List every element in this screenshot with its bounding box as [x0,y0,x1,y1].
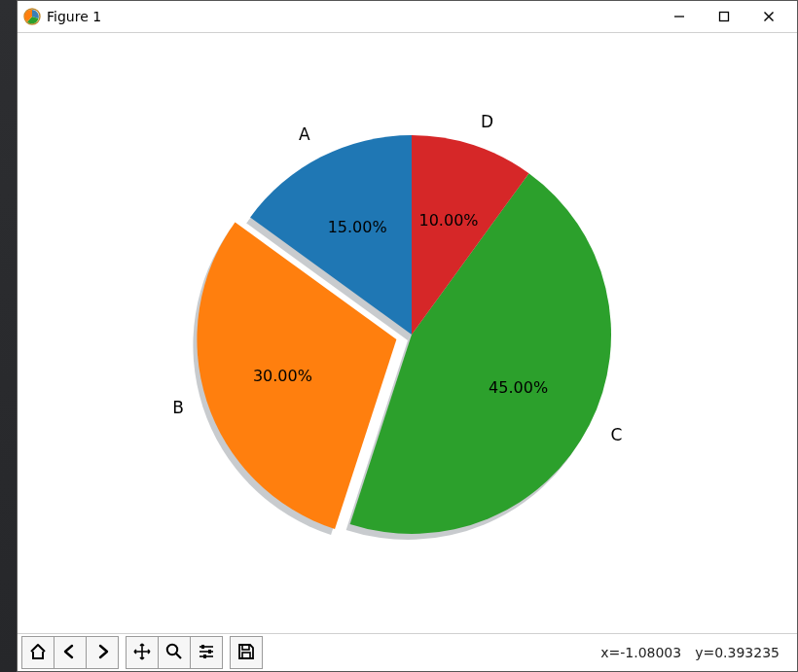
svg-rect-14 [242,653,250,658]
svg-point-5 [167,644,177,654]
minimize-button[interactable] [657,1,702,32]
coord-y-readout: y=0.393235 [695,645,780,660]
slice-label: A [299,124,310,144]
figure-window: Figure 1 A15.00%B30.00%C45.00%D10.00% [17,0,798,672]
zoom-icon [164,642,184,664]
nav-toolbar: x=-1.08003 y=0.393235 [18,633,797,671]
forward-button[interactable] [86,636,119,669]
arrow-left-icon [60,642,80,664]
slice-pct: 30.00% [253,367,312,385]
background-strip [0,0,17,672]
save-icon [236,642,256,664]
maximize-button[interactable] [702,1,746,32]
slice-pct: 10.00% [419,211,479,230]
pan-button[interactable] [126,636,159,669]
svg-line-6 [176,654,181,658]
back-button[interactable] [54,636,87,669]
move-icon [132,642,152,664]
svg-rect-2 [720,13,729,21]
sliders-icon [197,642,216,664]
slice-pct: 45.00% [489,378,548,397]
app-icon [23,8,41,25]
chart-canvas[interactable]: A15.00%B30.00%C45.00%D10.00% [18,33,797,633]
home-icon [28,642,48,664]
coord-x-readout: x=-1.08003 [600,645,681,660]
slice-label: C [611,425,623,444]
svg-rect-12 [203,654,206,658]
close-button[interactable] [746,1,791,32]
slice-pct: 15.00% [328,218,387,236]
save-button[interactable] [230,636,263,669]
svg-rect-13 [242,645,249,650]
configure-button[interactable] [190,636,223,669]
svg-rect-11 [208,650,211,654]
window-title: Figure 1 [47,9,101,24]
slice-label: D [481,112,493,131]
zoom-button[interactable] [158,636,191,669]
svg-rect-10 [201,645,204,649]
titlebar: Figure 1 [18,1,797,33]
home-button[interactable] [21,636,54,669]
arrow-right-icon [92,642,112,664]
slice-label: B [172,398,184,417]
